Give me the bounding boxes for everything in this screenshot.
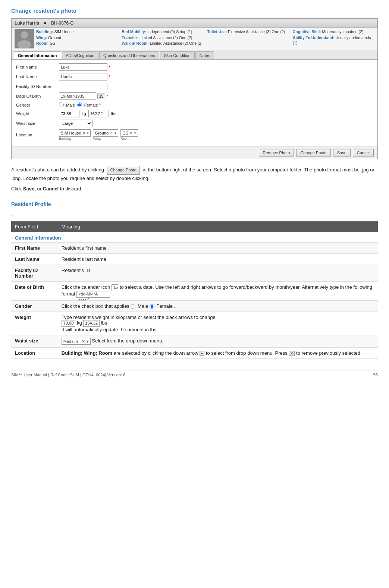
dot-separator: . [11,211,378,217]
radio-female[interactable] [77,102,82,107]
table-header-meaning: Meaning [58,221,378,232]
input-dob[interactable] [59,92,96,100]
field-gender: Gender [11,301,58,312]
tab-questions-observations[interactable]: Questions and Observations [99,51,159,59]
info-col-1: Building: SIM House Wing: Ground Room: G… [36,29,118,48]
input-firstname[interactable] [59,63,107,71]
meaning-gender: Click the check box that applies Male Fe… [58,301,378,312]
input-facilityid[interactable] [59,83,107,90]
form-area: First Name * Last Name * Facility ID Num… [12,60,377,146]
cancel-bold: Cancel [43,186,59,192]
save-bold: Save, [23,186,36,192]
field-dob: Date of Birth [11,282,58,301]
tab-notes[interactable]: Notes [195,51,214,59]
location-group: SIM House ✕ ▾ Building Ground ✕ ▾ Wing [59,129,138,140]
info-strip: Building: SIM House Wing: Ground Room: G… [12,28,377,50]
tab-adls-cognition[interactable]: ADLs/Cognition [62,51,98,59]
location-wing-clear[interactable]: ✕ [110,131,113,135]
down-arrow-icon: ▾ [200,351,204,356]
label-dob: Date Of Birth [16,94,59,98]
table-weight-lbs: 154.32 [83,320,100,327]
location-wing-box: Ground ✕ ▾ [93,129,118,137]
info-col-3: Toilet Use: Extensive Assistance (3) One… [207,29,289,48]
body-paragraph-1: A resident's photo can be added by click… [11,166,378,182]
input-weight-lbs[interactable] [88,110,109,117]
field-firstname: First Name [11,243,58,254]
required-dob: * [106,94,108,99]
info-details: Building: SIM House Wing: Ground Room: G… [36,29,374,48]
label-waistsize: Waist size [16,121,59,126]
location-building-clear[interactable]: ✕ [82,131,85,135]
form-row-waistsize: Waist size Large Medium Small [16,120,373,127]
section-name-generalinfo: General Information [15,235,61,241]
remove-photo-button[interactable]: Remove Photo [259,149,294,157]
required-firstname: * [109,64,110,70]
meaning-firstname: Resident's first name [58,243,378,254]
cancel-button[interactable]: Cancel [353,149,374,157]
info-col-4: Cognitive Skill: Moderately impaired (2)… [293,29,374,48]
label-location: Location [16,133,59,137]
calendar-icon-small: 15 [112,284,118,291]
page-title: Change resident's photo [11,7,378,14]
label-facilityid: Facility ID Number [16,84,59,89]
radio-male[interactable] [59,102,64,107]
meaning-weight: Type resident's weight in kilograms or s… [58,312,378,335]
footer-right: 55 [373,373,378,377]
form-row-lastname: Last Name * [16,73,373,80]
label-firstname: First Name [16,65,59,69]
svg-point-1 [18,40,31,48]
meaning-location: Building; Wing; Room are selected by cli… [58,348,378,359]
location-building-dropdown[interactable]: ▾ [87,131,89,135]
field-waistsize: Waist size [11,335,58,348]
resident-name: Luke Harris [15,20,39,26]
info-col-2: Bed Mobility: Independent (0) Setup (1) … [122,29,203,48]
form-row-weight: Weight kg lbs [16,110,373,117]
table-radio-female[interactable] [150,304,154,309]
svg-point-0 [21,31,28,39]
header-separator: ● [44,20,47,26]
tab-skin-condition[interactable]: Skin Condition [160,51,195,59]
input-weight-kg[interactable] [59,110,79,117]
table-row: Weight Type resident's weight in kilogra… [11,312,378,335]
input-lastname[interactable] [59,73,107,80]
table-radio-male[interactable] [131,304,135,309]
table-waist-select: Medium ✕ ▾ [62,338,91,345]
label-weight: Weight [16,111,59,116]
form-row-location: Location SIM House ✕ ▾ Building Ground ✕… [16,129,373,140]
table-weight-kg: 70.00 [62,320,76,327]
form-row-facilityid: Facility ID Number [16,83,373,90]
field-facilityid: Facility ID Number [11,265,58,282]
footer: SIM™ User Manual | Ref Code: SUM | GEN4_… [11,370,378,377]
table-row-section-generalinfo: General Information [11,232,378,243]
save-button[interactable]: Save [333,149,351,157]
location-wing-value: Ground [95,131,109,135]
field-location: Location [11,348,58,359]
location-room-clear[interactable]: ✕ [130,131,133,135]
change-photo-button[interactable]: Change Photo [296,149,330,157]
location-room-label: Room [120,137,138,140]
tab-general-information[interactable]: General Information [14,51,61,59]
table-row: Location Building; Wing; Room are select… [11,348,378,359]
date-format-input: <dd-MMM-yyyy> [76,291,110,298]
required-gender: * [99,102,101,108]
data-table: Form Field Meaning General Information F… [11,221,378,359]
remove-icon: ✕ [289,351,295,356]
avatar [15,29,34,48]
location-building-box: SIM House ✕ ▾ [59,129,91,137]
label-lastname: Last Name [16,75,59,79]
table-header-formfield: Form Field [11,221,58,232]
form-row-firstname: First Name * [16,63,373,71]
form-row-dob: Date Of Birth 15 * [16,92,373,100]
location-room-dropdown[interactable]: ▾ [134,131,136,135]
ui-header: Luke Harris ● BH-9876-G [12,19,377,28]
table-row: Last Name Resident's last name [11,254,378,265]
calendar-icon-btn[interactable]: 15 [97,94,105,99]
table-row: First Name Resident's first name [11,243,378,254]
button-bar: Remove Photo Change Photo Save Cancel [12,146,377,159]
gender-radio-group: Male Female [59,102,98,107]
select-waistsize[interactable]: Large Medium Small [59,120,92,127]
table-row: Gender Click the check box that applies … [11,301,378,312]
footer-left: SIM™ User Manual | Ref Code: SUM | GEN4_… [11,373,125,377]
required-lastname: * [109,74,110,80]
location-wing-dropdown[interactable]: ▾ [114,131,116,135]
